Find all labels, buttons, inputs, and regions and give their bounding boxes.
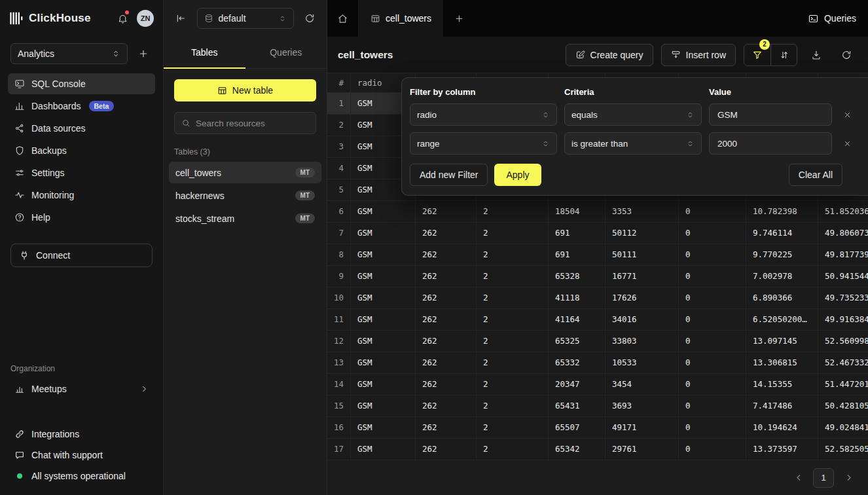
insert-row-button[interactable]: Insert row bbox=[661, 44, 736, 66]
sidebar-item-backups[interactable]: Backups bbox=[8, 140, 155, 161]
table-cell[interactable]: 262 bbox=[416, 266, 477, 287]
table-row[interactable]: 17 GSM 262 2 65342 29761 0 13.373597 52.… bbox=[327, 439, 868, 460]
table-cell[interactable]: 2 bbox=[477, 439, 549, 460]
table-cell[interactable]: 51.447201 bbox=[818, 374, 868, 395]
table-cell[interactable]: 0 bbox=[679, 374, 746, 395]
search-input[interactable] bbox=[196, 119, 309, 128]
sidebar-item-meetups[interactable]: Meetups bbox=[8, 378, 155, 399]
table-cell[interactable]: 0 bbox=[679, 266, 746, 287]
table-cell[interactable]: GSM bbox=[351, 201, 416, 222]
filter-value-input[interactable] bbox=[709, 132, 832, 155]
table-cell[interactable]: 65328 bbox=[549, 266, 606, 287]
connect-button[interactable]: Connect bbox=[10, 244, 153, 267]
tab-tables[interactable]: Tables bbox=[164, 37, 245, 68]
table-cell[interactable]: 10.194624 bbox=[746, 417, 818, 438]
table-cell[interactable]: 262 bbox=[416, 244, 477, 265]
table-cell[interactable]: 51.852036 bbox=[818, 201, 868, 222]
prev-page-button[interactable] bbox=[789, 469, 808, 487]
filter-column-select[interactable]: radio bbox=[410, 103, 557, 126]
tab-queries[interactable]: Queries bbox=[245, 37, 327, 68]
table-cell[interactable]: 0 bbox=[679, 244, 746, 265]
table-cell[interactable]: 20347 bbox=[549, 374, 606, 395]
sidebar-item-data-sources[interactable]: Data sources bbox=[8, 118, 155, 139]
table-cell[interactable]: 49171 bbox=[606, 417, 679, 438]
refresh-tables-button[interactable] bbox=[300, 9, 319, 28]
table-row[interactable]: 14 GSM 262 2 20347 3454 0 14.15355 51.44… bbox=[327, 374, 868, 395]
create-query-button[interactable]: Create query bbox=[566, 44, 653, 66]
column-header[interactable]: # bbox=[327, 73, 351, 92]
table-cell[interactable]: 49.024841 bbox=[818, 417, 868, 438]
table-row[interactable]: 9 GSM 262 2 65328 16771 0 7.002978 50.94… bbox=[327, 266, 868, 287]
table-cell[interactable]: 13.097145 bbox=[746, 331, 818, 352]
table-cell[interactable]: GSM bbox=[351, 417, 416, 438]
filter-column-select[interactable]: range bbox=[410, 132, 557, 155]
table-cell[interactable]: 49.817739 bbox=[818, 244, 868, 265]
table-cell[interactable]: 52.582505 bbox=[818, 439, 868, 460]
table-cell[interactable]: 3454 bbox=[606, 374, 679, 395]
table-list-item-cell-towers[interactable]: cell_towers MT bbox=[169, 162, 321, 183]
table-cell[interactable]: 2 bbox=[477, 244, 549, 265]
table-cell[interactable]: GSM bbox=[351, 352, 416, 373]
table-cell[interactable]: 0 bbox=[679, 417, 746, 438]
table-cell[interactable]: 3693 bbox=[606, 395, 679, 416]
filter-criteria-select[interactable]: equals bbox=[564, 103, 702, 126]
table-cell[interactable]: 65431 bbox=[549, 395, 606, 416]
table-row[interactable]: 6 GSM 262 2 18504 3353 0 10.782398 51.85… bbox=[327, 201, 868, 223]
sidebar-item-dashboards[interactable]: Dashboards Beta bbox=[8, 96, 155, 117]
new-tab-button[interactable] bbox=[443, 0, 475, 37]
table-cell[interactable]: 29761 bbox=[606, 439, 679, 460]
table-cell[interactable]: 262 bbox=[416, 223, 477, 244]
table-list-item-stocks-stream[interactable]: stocks_stream MT bbox=[169, 208, 321, 229]
clear-all-filters-button[interactable]: Clear All bbox=[789, 164, 842, 186]
sort-button[interactable] bbox=[770, 45, 797, 65]
table-cell[interactable]: 49.735233 bbox=[818, 287, 868, 308]
remove-filter-button[interactable] bbox=[839, 107, 855, 122]
database-select[interactable]: default bbox=[197, 8, 294, 29]
table-cell[interactable]: 9.770225 bbox=[746, 244, 818, 265]
table-cell[interactable]: 2 bbox=[477, 309, 549, 330]
table-cell[interactable]: 2 bbox=[477, 223, 549, 244]
table-cell[interactable]: 17626 bbox=[606, 287, 679, 308]
sidebar-item-help[interactable]: Help bbox=[8, 207, 155, 228]
table-cell[interactable]: 7.417486 bbox=[746, 395, 818, 416]
table-cell[interactable]: 262 bbox=[416, 352, 477, 373]
current-page[interactable]: 1 bbox=[813, 468, 834, 488]
table-row[interactable]: 8 GSM 262 2 691 50111 0 9.770225 49.8177… bbox=[327, 244, 868, 266]
queries-button[interactable]: Queries bbox=[808, 13, 856, 24]
table-row[interactable]: 15 GSM 262 2 65431 3693 0 7.417486 50.42… bbox=[327, 395, 868, 417]
sidebar-item-settings[interactable]: Settings bbox=[8, 162, 155, 183]
table-cell[interactable]: 262 bbox=[416, 395, 477, 416]
table-cell[interactable]: 691 bbox=[549, 223, 606, 244]
table-cell[interactable]: 0 bbox=[679, 439, 746, 460]
table-cell[interactable]: 3353 bbox=[606, 201, 679, 222]
table-cell[interactable]: 49.916384 bbox=[818, 309, 868, 330]
table-cell[interactable]: 9.746114 bbox=[746, 223, 818, 244]
next-page-button[interactable] bbox=[839, 469, 858, 487]
table-cell[interactable]: 2 bbox=[477, 352, 549, 373]
filter-button[interactable]: 2 bbox=[744, 45, 770, 65]
table-cell[interactable]: 691 bbox=[549, 244, 606, 265]
table-row[interactable]: 10 GSM 262 2 41118 17626 0 6.890366 49.7… bbox=[327, 287, 868, 309]
table-cell[interactable]: 0 bbox=[679, 201, 746, 222]
table-row[interactable]: 16 GSM 262 2 65507 49171 0 10.194624 49.… bbox=[327, 417, 868, 439]
table-row[interactable]: 13 GSM 262 2 65332 10533 0 13.306815 52.… bbox=[327, 352, 868, 374]
table-cell[interactable]: 41164 bbox=[549, 309, 606, 330]
table-cell[interactable]: 2 bbox=[477, 266, 549, 287]
avatar[interactable]: ZN bbox=[137, 10, 154, 27]
table-row[interactable]: 12 GSM 262 2 65325 33803 0 13.097145 52.… bbox=[327, 331, 868, 352]
sidebar-item-monitoring[interactable]: Monitoring bbox=[8, 185, 155, 206]
home-tab[interactable] bbox=[327, 0, 359, 37]
table-cell[interactable]: 262 bbox=[416, 201, 477, 222]
table-cell[interactable]: 50111 bbox=[606, 244, 679, 265]
table-cell[interactable]: 16771 bbox=[606, 266, 679, 287]
table-cell[interactable]: 65325 bbox=[549, 331, 606, 352]
table-cell[interactable]: GSM bbox=[351, 266, 416, 287]
table-cell[interactable]: 65507 bbox=[549, 417, 606, 438]
tab-cell-towers[interactable]: cell_towers bbox=[359, 0, 443, 37]
table-cell[interactable]: 0 bbox=[679, 309, 746, 330]
notifications-button[interactable] bbox=[113, 9, 132, 28]
table-cell[interactable]: 6.52050200… bbox=[746, 309, 818, 330]
system-status-link[interactable]: All systems operational bbox=[8, 466, 155, 486]
table-cell[interactable]: 0 bbox=[679, 223, 746, 244]
table-list-item-hackernews[interactable]: hackernews MT bbox=[169, 185, 321, 206]
